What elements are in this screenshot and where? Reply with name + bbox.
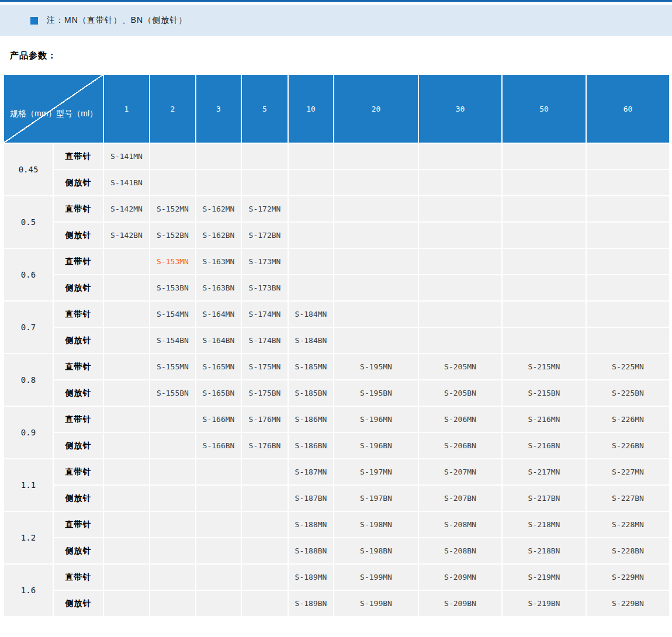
model-cell[interactable]: S-229MN [587,565,669,590]
model-cell[interactable]: S-219MN [503,565,586,590]
model-cell[interactable]: S-196BN [334,433,418,458]
model-cell[interactable]: S-207MN [419,459,501,484]
spec-cell: 0.45 [4,144,53,195]
model-cell[interactable]: S-155BN [150,380,195,406]
model-cell[interactable]: S-173MN [242,249,287,274]
model-cell[interactable]: S-205BN [419,380,501,406]
model-cell[interactable]: S-154MN [150,302,195,327]
model-cell[interactable]: S-189BN [289,591,333,616]
model-cell[interactable]: S-163BN [196,275,241,300]
model-cell[interactable]: S-198MN [334,512,418,537]
model-cell[interactable]: S-199MN [334,565,418,590]
model-cell[interactable]: S-215MN [503,354,586,379]
model-cell[interactable]: S-229BN [587,591,669,616]
empty-cell [196,486,241,511]
empty-cell [587,328,669,353]
table-row: 0.5直带针S-142MNS-152MNS-162MNS-172MN [4,196,669,221]
model-cell[interactable]: S-188MN [289,512,333,537]
model-cell[interactable]: S-152BN [150,223,195,248]
model-cell[interactable]: S-175BN [242,380,287,406]
model-cell[interactable]: S-206MN [419,407,501,432]
model-cell[interactable]: S-185BN [289,380,333,406]
model-cell[interactable]: S-228MN [587,512,669,537]
empty-cell [104,302,149,327]
empty-cell [104,328,149,353]
model-cell[interactable]: S-218MN [503,512,586,537]
model-cell[interactable]: S-188BN [289,538,333,563]
model-cell[interactable]: S-185MN [289,354,333,379]
model-cell[interactable]: S-164BN [196,328,241,353]
model-cell[interactable]: S-176BN [242,433,287,458]
model-cell[interactable]: S-141MN [104,144,149,169]
model-cell[interactable]: S-197BN [334,486,418,511]
model-cell[interactable]: S-226MN [587,407,669,432]
model-cell[interactable]: S-218BN [503,538,586,563]
empty-cell [242,459,287,484]
model-cell[interactable]: S-166MN [196,407,241,432]
model-cell[interactable]: S-174MN [242,302,287,327]
model-cell[interactable]: S-198BN [334,538,418,563]
model-cell[interactable]: S-165BN [196,380,241,406]
model-cell[interactable]: S-217MN [503,459,586,484]
model-cell[interactable]: S-199BN [334,591,418,616]
model-cell[interactable]: S-172MN [242,196,287,221]
model-cell[interactable]: S-189MN [289,565,333,590]
model-cell[interactable]: S-208MN [419,512,501,537]
empty-cell [104,459,149,484]
model-cell[interactable]: S-208BN [419,538,501,563]
model-cell[interactable]: S-142BN [104,223,149,248]
model-cell[interactable]: S-164MN [196,302,241,327]
volume-header-cell: 10 [289,75,333,143]
model-cell[interactable]: S-207BN [419,486,501,511]
model-cell[interactable]: S-174BN [242,328,287,353]
model-cell[interactable]: S-175MN [242,354,287,379]
model-cell[interactable]: S-176MN [242,407,287,432]
model-cell[interactable]: S-187BN [289,486,333,511]
model-cell[interactable]: S-217BN [503,486,586,511]
model-cell[interactable]: S-225MN [587,354,669,379]
model-cell[interactable]: S-209MN [419,565,501,590]
model-cell[interactable]: S-154BN [150,328,195,353]
model-cell[interactable]: S-172BN [242,223,287,248]
empty-cell [104,275,149,300]
model-cell[interactable]: S-152MN [150,196,195,221]
model-cell[interactable]: S-227MN [587,459,669,484]
model-cell[interactable]: S-226BN [587,433,669,458]
model-cell[interactable]: S-155MN [150,354,195,379]
model-cell[interactable]: S-215BN [503,380,586,406]
model-cell[interactable]: S-197MN [334,459,418,484]
model-cell[interactable]: S-165MN [196,354,241,379]
model-cell[interactable]: S-184BN [289,328,333,353]
model-cell[interactable]: S-206BN [419,433,501,458]
model-cell[interactable]: S-166BN [196,433,241,458]
model-cell[interactable]: S-163MN [196,249,241,274]
model-cell[interactable]: S-209BN [419,591,501,616]
model-cell[interactable]: S-141BN [104,170,149,195]
model-cell[interactable]: S-216MN [503,407,586,432]
empty-cell [419,196,501,221]
model-cell[interactable]: S-162MN [196,196,241,221]
empty-cell [150,538,195,563]
model-cell[interactable]: S-195MN [334,354,418,379]
model-cell[interactable]: S-187MN [289,459,333,484]
model-cell[interactable]: S-227BN [587,486,669,511]
model-cell[interactable]: S-153MN [150,249,195,274]
needle-type-cell: 直带针 [54,354,103,379]
model-cell[interactable]: S-173BN [242,275,287,300]
model-cell[interactable]: S-186BN [289,433,333,458]
model-cell[interactable]: S-225BN [587,380,669,406]
model-cell[interactable]: S-195BN [334,380,418,406]
model-cell[interactable]: S-142MN [104,196,149,221]
model-cell[interactable]: S-162BN [196,223,241,248]
model-cell[interactable]: S-228BN [587,538,669,563]
model-cell[interactable]: S-205MN [419,354,501,379]
model-cell[interactable]: S-186MN [289,407,333,432]
model-cell[interactable]: S-219BN [503,591,586,616]
empty-cell [242,538,287,563]
empty-cell [242,144,287,169]
empty-cell [196,565,241,590]
model-cell[interactable]: S-196MN [334,407,418,432]
model-cell[interactable]: S-216BN [503,433,586,458]
model-cell[interactable]: S-153BN [150,275,195,300]
model-cell[interactable]: S-184MN [289,302,333,327]
